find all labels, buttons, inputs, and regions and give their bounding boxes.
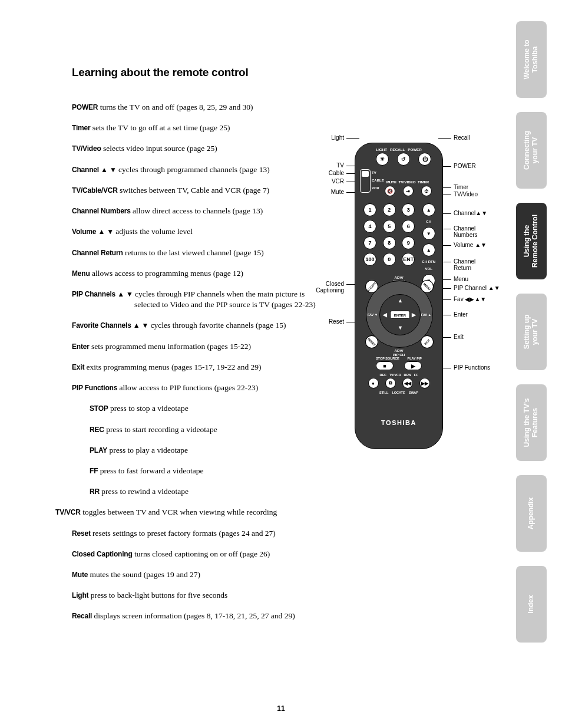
rec-button[interactable]: ●	[368, 378, 379, 388]
section-tab[interactable]: Using the TV'sFeatures	[516, 384, 547, 461]
definition-desc: allow direct access to channels (page 13…	[131, 206, 263, 215]
numpad-button-6[interactable]: 6	[402, 220, 415, 233]
definition-term: Exit	[72, 363, 84, 371]
definition-term: Closed Captioning	[72, 550, 133, 558]
power-button[interactable]: ⏻	[418, 153, 431, 166]
callout-label: Mute	[331, 189, 344, 195]
definition-term: Light	[72, 591, 88, 599]
numpad-button-9[interactable]: 9	[402, 236, 415, 249]
definition-desc: turns the TV on and off (pages 8, 25, 29…	[98, 103, 253, 111]
timer-button[interactable]: ⏱	[421, 186, 432, 196]
tab-label: Index	[527, 595, 535, 613]
numpad-button-8[interactable]: 8	[383, 236, 396, 249]
definition-entry: REC press to start recording a videotape	[72, 424, 319, 435]
numpad-button-3[interactable]: 3	[402, 203, 415, 216]
definition-term: Channel Numbers	[72, 207, 131, 215]
ff-button[interactable]: ▶▶	[419, 378, 430, 388]
top-row-label: LIGHT RECALL POWER	[355, 147, 442, 151]
numpad-button-2[interactable]: 2	[383, 203, 396, 216]
definition-entry: Channel Numbers allow direct access to c…	[72, 206, 319, 216]
definition-entry: TV/VCR toggles between TV and VCR when v…	[72, 507, 319, 518]
numpad-button-4[interactable]: 4	[363, 220, 376, 233]
brand-logo: TOSHIBA	[355, 419, 442, 426]
definition-term: Mute	[72, 571, 88, 579]
numpad-button-ENT[interactable]: ENT	[402, 253, 415, 266]
tab-label: Setting upyour TV	[523, 315, 540, 350]
enter-button[interactable]: ENTER	[390, 311, 410, 319]
numpad-button-7[interactable]: 7	[363, 236, 376, 249]
section-tab[interactable]: Appendix	[516, 475, 547, 552]
definition-entry: PIP Channels ▲ ▼ cycles through PIP chan…	[72, 289, 319, 310]
tab-label: Welcome toToshiba	[523, 39, 540, 79]
definition-term: Channel ▲ ▼	[72, 166, 117, 174]
nav-ring: C.CAPT MENU RESET EXIT ▲ ▼ ◀ ▶ FAV ▼ FAV…	[366, 281, 433, 348]
definition-entry: RR press to rewind a videotape	[72, 486, 319, 497]
definition-entry: Enter sets programmed menu information (…	[72, 341, 319, 352]
numpad-button-5[interactable]: 5	[383, 220, 396, 233]
nav-up-icon[interactable]: ▲	[398, 298, 403, 304]
tvvideo-button[interactable]: ⇥	[403, 186, 414, 196]
definition-entry: Mute mutes the sound (pages 19 and 27)	[72, 569, 319, 580]
page-title: Learning about the remote control	[72, 66, 248, 79]
definition-entry: Volume ▲ ▼ adjusts the volume level	[72, 226, 319, 237]
mute-button[interactable]: 🔇	[385, 186, 395, 196]
volume-up-button[interactable]	[422, 243, 435, 256]
definition-desc: exits programming menus (pages 15-17, 19…	[84, 363, 261, 371]
nav-down-icon[interactable]: ▼	[398, 325, 403, 331]
definition-entry: PLAY press to play a videotape	[72, 445, 319, 456]
callout-label: Enter	[454, 311, 468, 318]
light-button[interactable]: ☀	[376, 153, 389, 166]
numpad-button-0[interactable]: 0	[383, 253, 396, 266]
callout-label: Light	[331, 134, 344, 141]
callout-label: TV/Video	[454, 191, 478, 197]
recall-button[interactable]: ↺	[397, 153, 410, 166]
callout-label: ClosedCaptioning	[316, 281, 344, 294]
numpad-button-100[interactable]: 100	[363, 253, 376, 266]
definitions-list: POWER turns the TV on and off (pages 8, …	[72, 102, 319, 632]
definition-entry: Closed Captioning turns closed captionin…	[72, 549, 319, 559]
definition-entry: Menu allows access to programming menus …	[72, 268, 319, 279]
section-tab[interactable]: Welcome toToshiba	[516, 21, 547, 98]
definition-desc: sets the TV to go off at a set time (pag…	[90, 123, 230, 132]
callout-label: Exit	[454, 334, 464, 340]
definition-desc: press to fast forward a videotape	[98, 466, 203, 475]
definition-desc: cycles through favorite channels (page 1…	[148, 321, 286, 330]
numpad-button-1[interactable]: 1	[363, 203, 376, 216]
ch-label: CH	[426, 220, 431, 223]
section-tab[interactable]: Setting upyour TV	[516, 294, 547, 370]
definition-desc: cycles through programmed channels (page…	[117, 165, 270, 174]
definition-term: POWER	[72, 103, 98, 111]
definition-desc: switches between TV, Cable and VCR (page…	[118, 186, 270, 195]
row2-label: MUTE TV/VIDEO TIMER	[379, 180, 437, 184]
definition-desc: adjusts the volume level	[114, 227, 193, 236]
callout-label: Recall	[454, 134, 470, 141]
section-tab[interactable]: Index	[516, 566, 547, 643]
callout-label: Volume ▲▼	[454, 242, 487, 248]
definition-desc: toggles between TV and VCR when viewing …	[81, 508, 277, 516]
tab-label: Using the TV'sFeatures	[523, 398, 540, 447]
definition-term: Menu	[72, 269, 90, 278]
nav-left-icon[interactable]: ◀	[383, 312, 387, 318]
definition-desc: press to back-light buttons for five sec…	[88, 591, 227, 599]
callout-label: VCR	[332, 178, 344, 185]
leader-line	[346, 138, 359, 139]
nav-right-icon[interactable]: ▶	[412, 312, 416, 318]
up-arrow-icon	[427, 207, 431, 213]
definition-entry: Channel ▲ ▼ cycles through programmed ch…	[72, 164, 319, 175]
definition-term: Favorite Channels ▲ ▼	[72, 321, 148, 330]
tvvcr-button[interactable]: ⧉	[385, 378, 396, 388]
section-tab[interactable]: Connectingyour TV	[516, 112, 547, 189]
definition-desc: returns to the last viewed channel (page…	[123, 248, 264, 257]
channel-down-button[interactable]	[422, 227, 435, 240]
section-tab[interactable]: Using theRemote Control	[516, 203, 547, 279]
stop-button[interactable]: ■	[376, 361, 394, 370]
definition-term: Timer	[72, 124, 90, 132]
channel-up-button[interactable]	[422, 203, 435, 216]
definition-desc: press to stop a videotape	[108, 404, 189, 413]
callout-label: Timer	[454, 184, 468, 190]
rew-button[interactable]: ◀◀	[402, 378, 413, 388]
play-button[interactable]: ▶	[404, 361, 422, 370]
definition-desc: sets programmed menu information (pages …	[90, 342, 251, 351]
tv-cable-vcr-switch[interactable]	[360, 169, 371, 193]
callout-label: Menu	[454, 276, 468, 282]
